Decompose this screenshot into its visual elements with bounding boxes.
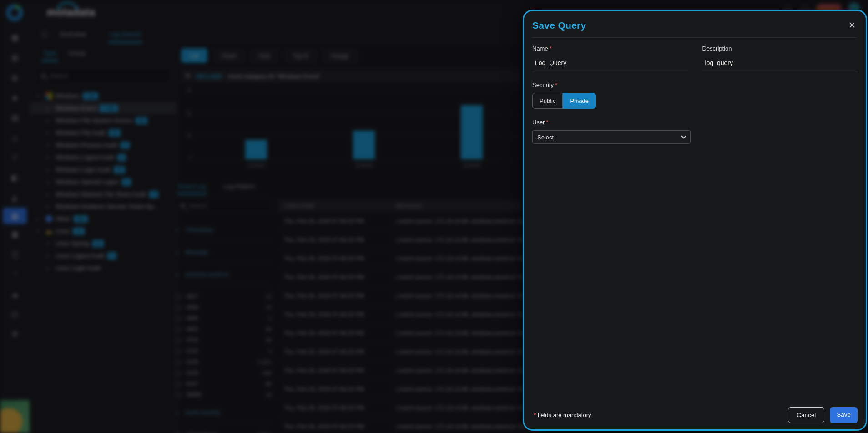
security-option-button[interactable]: Private [563,93,595,109]
name-field-group: Name* Log_Query [532,45,688,72]
user-select[interactable]: Select [532,130,691,144]
cancel-button[interactable]: Cancel [788,407,824,423]
security-toggle: Public Private [532,93,596,109]
required-asterisk: * [546,119,548,126]
save-query-modal: Save Query ✕ Name* Log_Query Description… [523,10,867,431]
close-icon[interactable]: ✕ [848,20,856,31]
user-label: User* [532,119,858,126]
name-input[interactable]: Log_Query [532,59,688,72]
user-field-group: User* Select [532,119,858,144]
chevron-down-icon [681,133,686,138]
security-field-group: Security* Public Private [532,82,858,109]
description-field-group: Description log_query [702,45,858,72]
security-option-label: Public [540,97,555,104]
security-option-label: Private [570,97,588,104]
required-asterisk: * [550,45,552,52]
save-button[interactable]: Save [830,407,858,423]
description-input[interactable]: log_query [702,59,858,72]
name-label: Name* [532,45,688,52]
modal-title: Save Query [532,20,857,31]
mandatory-note: * fields are mandatory [532,412,591,418]
select-placeholder: Select [537,134,554,141]
security-label: Security* [532,82,858,88]
modal-divider [532,37,857,38]
description-label: Description [702,45,858,52]
security-option-button[interactable]: Public [532,93,563,109]
required-asterisk: * [555,82,557,88]
